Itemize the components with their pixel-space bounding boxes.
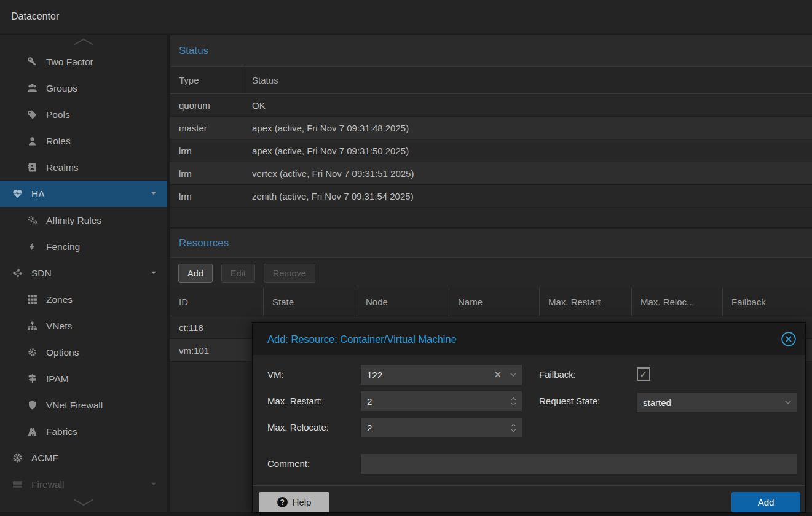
vm-combo[interactable]: 122 × (361, 365, 522, 385)
comment-label: Comment: (267, 454, 310, 474)
tag-icon (27, 109, 41, 120)
sidebar-item-firewall[interactable]: Firewall (0, 471, 167, 498)
status-cell: master (170, 117, 243, 139)
max-restart-value: 2 (367, 396, 510, 407)
grid-icon (27, 294, 41, 305)
signpost-icon (27, 373, 41, 384)
status-row-quorum-0[interactable]: quorumOK (170, 94, 812, 117)
status-cell: lrm (170, 139, 243, 162)
users-icon (27, 83, 41, 93)
chevron-down-icon[interactable] (150, 268, 157, 279)
sidebar-item-two-factor[interactable]: Two Factor (0, 49, 167, 75)
status-cell: OK (243, 94, 812, 116)
failback-checkbox[interactable]: ✓ (637, 367, 650, 381)
max-restart-label: Max. Restart: (267, 391, 322, 411)
sidebar-item-realms[interactable]: Realms (0, 154, 167, 181)
page-title: Datacenter (11, 0, 59, 33)
request-state-value: started (643, 397, 784, 408)
clear-icon[interactable]: × (494, 369, 501, 380)
resources-column-node[interactable]: Node (357, 288, 449, 316)
dialog-header: Add: Resource: Container/Virtual Machine (253, 323, 805, 355)
sidebar: Two FactorGroupsPoolsRolesRealmsHAAffini… (0, 35, 167, 512)
spinner-icons[interactable] (510, 423, 517, 432)
status-cell: lrm (170, 162, 243, 184)
sidebar-item-vnets[interactable]: VNets (0, 313, 167, 339)
resources-column-max-reloc[interactable]: Max. Reloc... (632, 288, 723, 316)
sidebar-item-label: Realms (46, 162, 79, 173)
road-icon (27, 426, 41, 437)
sidebar-item-vnet-firewall[interactable]: VNet Firewall (0, 392, 167, 418)
status-cell: apex (active, Fri Nov 7 09:31:50 2025) (243, 139, 812, 162)
status-panel-header: Status (170, 35, 812, 67)
resources-column-name[interactable]: Name (449, 288, 540, 316)
sidebar-item-label: Zones (46, 294, 73, 305)
request-state-select[interactable]: started (637, 393, 797, 412)
scroll-up-icon[interactable] (0, 35, 167, 49)
shield-icon (27, 400, 41, 410)
help-button[interactable]: ? Help (259, 492, 329, 512)
status-panel: Status TypeStatus quorumOKmasterapex (ac… (170, 35, 812, 227)
sidebar-item-sdn[interactable]: SDN (0, 260, 167, 286)
edit-button: Edit (221, 264, 255, 283)
gear-icon (27, 347, 41, 358)
sidebar-item-groups[interactable]: Groups (0, 75, 167, 101)
dialog-title: Add: Resource: Container/Virtual Machine (267, 334, 457, 345)
sidebar-item-label: Fabrics (46, 426, 77, 437)
dialog-add-label: Add (758, 497, 775, 507)
sidebar-item-acme[interactable]: ACME (0, 445, 167, 471)
status-column-type[interactable]: Type (170, 67, 243, 93)
max-relocate-value: 2 (367, 423, 510, 433)
sidebar-item-label: Two Factor (46, 57, 93, 68)
key-icon (27, 57, 41, 67)
add-resource-dialog: Add: Resource: Container/Virtual Machine… (252, 322, 806, 513)
wall-icon (12, 479, 26, 490)
share-nodes-icon (12, 268, 26, 278)
resources-toolbar: AddEditRemove (170, 258, 812, 288)
resources-column-max-restart[interactable]: Max. Restart (540, 288, 632, 316)
status-table-body: quorumOKmasterapex (active, Fri Nov 7 09… (170, 94, 812, 208)
scroll-down-icon[interactable] (0, 496, 167, 509)
status-cell: apex (active, Fri Nov 7 09:31:48 2025) (243, 117, 812, 139)
sitemap-icon (27, 321, 41, 331)
sidebar-item-ha[interactable]: HA (0, 181, 167, 207)
certificate-icon (12, 453, 26, 463)
sidebar-item-zones[interactable]: Zones (0, 286, 167, 313)
chevron-down-icon[interactable] (150, 479, 157, 490)
resources-column-state[interactable]: State (264, 288, 357, 316)
status-row-master-1[interactable]: masterapex (active, Fri Nov 7 09:31:48 2… (170, 117, 812, 139)
chevron-down-icon[interactable] (510, 371, 517, 378)
sidebar-item-affinity-rules[interactable]: Affinity Rules (0, 207, 167, 233)
sidebar-item-ipam[interactable]: IPAM (0, 366, 167, 392)
status-column-status[interactable]: Status (243, 67, 812, 93)
failback-label: Failback: (539, 365, 576, 385)
status-row-lrm-3[interactable]: lrmvertex (active, Fri Nov 7 09:31:51 20… (170, 162, 812, 185)
chevron-down-icon[interactable] (784, 399, 792, 406)
status-row-lrm-2[interactable]: lrmapex (active, Fri Nov 7 09:31:50 2025… (170, 139, 812, 162)
max-restart-field[interactable]: 2 (361, 391, 522, 411)
comment-input[interactable] (361, 454, 797, 474)
resources-column-failback[interactable]: Failback (723, 288, 812, 316)
max-relocate-field[interactable]: 2 (361, 418, 522, 437)
sidebar-menu: Two FactorGroupsPoolsRolesRealmsHAAffini… (0, 49, 167, 498)
chevron-down-icon[interactable] (150, 189, 157, 200)
spinner-icons[interactable] (510, 397, 517, 406)
status-row-lrm-4[interactable]: lrmzenith (active, Fri Nov 7 09:31:54 20… (170, 185, 812, 208)
dialog-add-button[interactable]: Add (731, 492, 800, 512)
sidebar-item-pools[interactable]: Pools (0, 101, 167, 128)
user-icon (27, 136, 41, 146)
sidebar-item-options[interactable]: Options (0, 339, 167, 366)
checkmark-icon: ✓ (639, 369, 647, 380)
sidebar-item-label: Options (46, 347, 79, 358)
sidebar-item-roles[interactable]: Roles (0, 128, 167, 154)
request-state-label: Request State: (539, 391, 600, 411)
close-icon[interactable] (781, 331, 797, 347)
add-button[interactable]: Add (178, 264, 213, 283)
address-book-icon (27, 162, 41, 173)
help-button-label: Help (293, 497, 312, 507)
resources-column-id[interactable]: ID (170, 288, 264, 316)
question-icon: ? (277, 497, 288, 507)
remove-button: Remove (264, 264, 315, 283)
sidebar-item-fabrics[interactable]: Fabrics (0, 418, 167, 445)
sidebar-item-label: Roles (46, 136, 71, 147)
sidebar-item-fencing[interactable]: Fencing (0, 233, 167, 260)
